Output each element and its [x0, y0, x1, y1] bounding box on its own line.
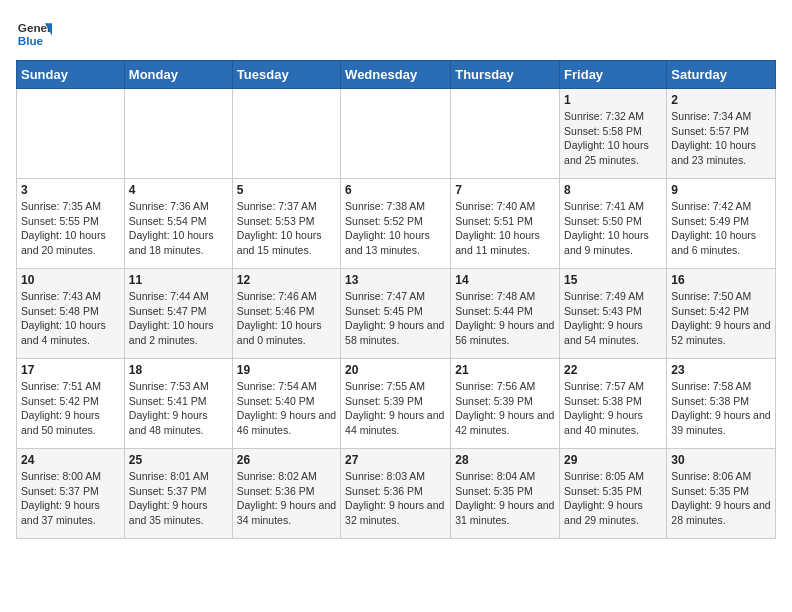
day-info: Sunrise: 7:43 AM Sunset: 5:48 PM Dayligh… [21, 289, 120, 348]
day-info: Sunrise: 7:51 AM Sunset: 5:42 PM Dayligh… [21, 379, 120, 438]
calendar-cell: 1Sunrise: 7:32 AM Sunset: 5:58 PM Daylig… [560, 89, 667, 179]
calendar-week-3: 10Sunrise: 7:43 AM Sunset: 5:48 PM Dayli… [17, 269, 776, 359]
day-info: Sunrise: 7:44 AM Sunset: 5:47 PM Dayligh… [129, 289, 228, 348]
calendar-cell: 5Sunrise: 7:37 AM Sunset: 5:53 PM Daylig… [232, 179, 340, 269]
calendar-cell [341, 89, 451, 179]
header: General Blue [16, 16, 776, 52]
calendar-cell: 11Sunrise: 7:44 AM Sunset: 5:47 PM Dayli… [124, 269, 232, 359]
day-info: Sunrise: 7:34 AM Sunset: 5:57 PM Dayligh… [671, 109, 771, 168]
day-number: 29 [564, 453, 662, 467]
day-info: Sunrise: 7:47 AM Sunset: 5:45 PM Dayligh… [345, 289, 446, 348]
day-number: 23 [671, 363, 771, 377]
day-info: Sunrise: 7:49 AM Sunset: 5:43 PM Dayligh… [564, 289, 662, 348]
calendar-cell: 25Sunrise: 8:01 AM Sunset: 5:37 PM Dayli… [124, 449, 232, 539]
calendar-cell: 7Sunrise: 7:40 AM Sunset: 5:51 PM Daylig… [451, 179, 560, 269]
day-info: Sunrise: 7:37 AM Sunset: 5:53 PM Dayligh… [237, 199, 336, 258]
day-number: 27 [345, 453, 446, 467]
weekday-header-wednesday: Wednesday [341, 61, 451, 89]
day-number: 3 [21, 183, 120, 197]
day-number: 9 [671, 183, 771, 197]
calendar-cell: 26Sunrise: 8:02 AM Sunset: 5:36 PM Dayli… [232, 449, 340, 539]
calendar-cell: 16Sunrise: 7:50 AM Sunset: 5:42 PM Dayli… [667, 269, 776, 359]
calendar-cell [17, 89, 125, 179]
day-number: 8 [564, 183, 662, 197]
calendar-cell: 18Sunrise: 7:53 AM Sunset: 5:41 PM Dayli… [124, 359, 232, 449]
calendar-cell [124, 89, 232, 179]
calendar-cell: 8Sunrise: 7:41 AM Sunset: 5:50 PM Daylig… [560, 179, 667, 269]
weekday-header-friday: Friday [560, 61, 667, 89]
calendar-cell: 22Sunrise: 7:57 AM Sunset: 5:38 PM Dayli… [560, 359, 667, 449]
day-number: 20 [345, 363, 446, 377]
day-info: Sunrise: 7:55 AM Sunset: 5:39 PM Dayligh… [345, 379, 446, 438]
calendar-cell: 29Sunrise: 8:05 AM Sunset: 5:35 PM Dayli… [560, 449, 667, 539]
calendar-cell: 2Sunrise: 7:34 AM Sunset: 5:57 PM Daylig… [667, 89, 776, 179]
day-number: 5 [237, 183, 336, 197]
day-number: 12 [237, 273, 336, 287]
day-info: Sunrise: 8:04 AM Sunset: 5:35 PM Dayligh… [455, 469, 555, 528]
day-number: 10 [21, 273, 120, 287]
calendar-cell: 28Sunrise: 8:04 AM Sunset: 5:35 PM Dayli… [451, 449, 560, 539]
day-number: 14 [455, 273, 555, 287]
day-number: 26 [237, 453, 336, 467]
day-info: Sunrise: 7:57 AM Sunset: 5:38 PM Dayligh… [564, 379, 662, 438]
calendar-cell: 10Sunrise: 7:43 AM Sunset: 5:48 PM Dayli… [17, 269, 125, 359]
day-number: 4 [129, 183, 228, 197]
calendar-cell: 15Sunrise: 7:49 AM Sunset: 5:43 PM Dayli… [560, 269, 667, 359]
calendar-table: SundayMondayTuesdayWednesdayThursdayFrid… [16, 60, 776, 539]
calendar-week-5: 24Sunrise: 8:00 AM Sunset: 5:37 PM Dayli… [17, 449, 776, 539]
day-number: 1 [564, 93, 662, 107]
day-number: 7 [455, 183, 555, 197]
day-info: Sunrise: 7:36 AM Sunset: 5:54 PM Dayligh… [129, 199, 228, 258]
day-info: Sunrise: 8:02 AM Sunset: 5:36 PM Dayligh… [237, 469, 336, 528]
calendar-cell: 6Sunrise: 7:38 AM Sunset: 5:52 PM Daylig… [341, 179, 451, 269]
day-info: Sunrise: 8:01 AM Sunset: 5:37 PM Dayligh… [129, 469, 228, 528]
svg-text:General: General [18, 21, 52, 34]
calendar-cell: 17Sunrise: 7:51 AM Sunset: 5:42 PM Dayli… [17, 359, 125, 449]
day-number: 30 [671, 453, 771, 467]
day-info: Sunrise: 8:06 AM Sunset: 5:35 PM Dayligh… [671, 469, 771, 528]
day-info: Sunrise: 7:40 AM Sunset: 5:51 PM Dayligh… [455, 199, 555, 258]
weekday-header-tuesday: Tuesday [232, 61, 340, 89]
day-info: Sunrise: 7:32 AM Sunset: 5:58 PM Dayligh… [564, 109, 662, 168]
day-info: Sunrise: 7:50 AM Sunset: 5:42 PM Dayligh… [671, 289, 771, 348]
day-number: 28 [455, 453, 555, 467]
calendar-week-4: 17Sunrise: 7:51 AM Sunset: 5:42 PM Dayli… [17, 359, 776, 449]
day-number: 21 [455, 363, 555, 377]
weekday-header-sunday: Sunday [17, 61, 125, 89]
logo-icon: General Blue [16, 16, 52, 52]
day-number: 11 [129, 273, 228, 287]
calendar-body: 1Sunrise: 7:32 AM Sunset: 5:58 PM Daylig… [17, 89, 776, 539]
calendar-cell [232, 89, 340, 179]
day-info: Sunrise: 7:46 AM Sunset: 5:46 PM Dayligh… [237, 289, 336, 348]
day-info: Sunrise: 7:53 AM Sunset: 5:41 PM Dayligh… [129, 379, 228, 438]
calendar-cell: 20Sunrise: 7:55 AM Sunset: 5:39 PM Dayli… [341, 359, 451, 449]
calendar-cell: 14Sunrise: 7:48 AM Sunset: 5:44 PM Dayli… [451, 269, 560, 359]
calendar-cell: 30Sunrise: 8:06 AM Sunset: 5:35 PM Dayli… [667, 449, 776, 539]
weekday-header-saturday: Saturday [667, 61, 776, 89]
day-info: Sunrise: 7:35 AM Sunset: 5:55 PM Dayligh… [21, 199, 120, 258]
logo: General Blue [16, 16, 52, 52]
calendar-cell [451, 89, 560, 179]
day-info: Sunrise: 7:48 AM Sunset: 5:44 PM Dayligh… [455, 289, 555, 348]
day-number: 16 [671, 273, 771, 287]
day-info: Sunrise: 8:03 AM Sunset: 5:36 PM Dayligh… [345, 469, 446, 528]
day-number: 2 [671, 93, 771, 107]
day-info: Sunrise: 7:38 AM Sunset: 5:52 PM Dayligh… [345, 199, 446, 258]
day-info: Sunrise: 8:00 AM Sunset: 5:37 PM Dayligh… [21, 469, 120, 528]
day-number: 17 [21, 363, 120, 377]
calendar-cell: 27Sunrise: 8:03 AM Sunset: 5:36 PM Dayli… [341, 449, 451, 539]
calendar-week-1: 1Sunrise: 7:32 AM Sunset: 5:58 PM Daylig… [17, 89, 776, 179]
calendar-cell: 24Sunrise: 8:00 AM Sunset: 5:37 PM Dayli… [17, 449, 125, 539]
weekday-header-monday: Monday [124, 61, 232, 89]
day-number: 19 [237, 363, 336, 377]
calendar-cell: 23Sunrise: 7:58 AM Sunset: 5:38 PM Dayli… [667, 359, 776, 449]
weekday-header-thursday: Thursday [451, 61, 560, 89]
day-number: 13 [345, 273, 446, 287]
day-info: Sunrise: 7:54 AM Sunset: 5:40 PM Dayligh… [237, 379, 336, 438]
day-info: Sunrise: 7:58 AM Sunset: 5:38 PM Dayligh… [671, 379, 771, 438]
day-info: Sunrise: 7:56 AM Sunset: 5:39 PM Dayligh… [455, 379, 555, 438]
calendar-cell: 9Sunrise: 7:42 AM Sunset: 5:49 PM Daylig… [667, 179, 776, 269]
svg-text:Blue: Blue [18, 34, 44, 47]
calendar-week-2: 3Sunrise: 7:35 AM Sunset: 5:55 PM Daylig… [17, 179, 776, 269]
calendar-header: SundayMondayTuesdayWednesdayThursdayFrid… [17, 61, 776, 89]
